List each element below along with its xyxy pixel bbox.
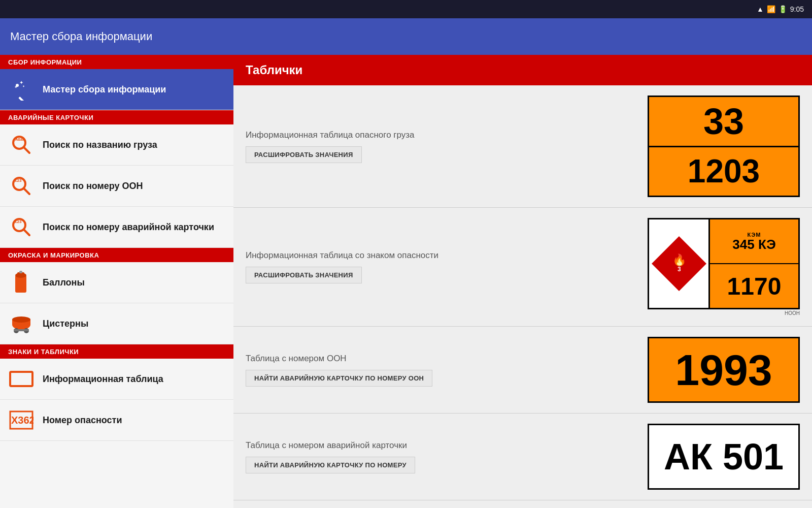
- signal-icon: 📶: [767, 5, 775, 13]
- row3-title: Таблица с номером ООН: [246, 354, 637, 364]
- flame-icon: 🔥: [672, 255, 686, 266]
- sidebar-master-label: Мастер сбора информации: [43, 84, 166, 95]
- row4-number: АК 501: [664, 438, 784, 475]
- row2-top-code: 345 КЭ: [732, 238, 775, 251]
- svg-text:123: 123: [15, 178, 22, 183]
- status-icons: ▲ 📶 🔋 9:05: [757, 5, 804, 13]
- svg-point-20: [12, 316, 30, 323]
- row2-caption: НООН: [648, 310, 800, 316]
- sidebar-info-table-label: Информационная таблица: [43, 374, 163, 385]
- sidebar-danger-num-label: Номер опасности: [43, 415, 122, 426]
- sidebar-item-search-name[interactable]: АБВ Поиск по названию груза: [0, 124, 233, 166]
- table-row: Информационная таблица опасного груза РА…: [233, 85, 812, 208]
- sidebar-search-card-label: Поиск по номеру аварийной карточки: [43, 222, 214, 233]
- sidebar-cylinders-label: Баллоны: [43, 277, 85, 288]
- svg-rect-17: [19, 271, 22, 273]
- svg-text:X362: X362: [11, 415, 33, 426]
- content-title: Таблички: [246, 63, 302, 77]
- svg-rect-24: [10, 372, 32, 386]
- row1-info: Информационная таблица опасного груза РА…: [246, 130, 648, 163]
- wifi-icon: ▲: [757, 5, 764, 13]
- content-area: Таблички Информационная таблица опасного…: [233, 55, 812, 508]
- cylinder-icon: [8, 269, 35, 296]
- row2-bottom-num: 1170: [727, 272, 782, 300]
- svg-line-6: [24, 147, 29, 153]
- row2-button[interactable]: РАСШИФРОВАТЬ ЗНАЧЕНИЯ: [246, 267, 362, 283]
- table-row: Информационная таблица со знаком опаснос…: [233, 208, 812, 327]
- svg-rect-14: [15, 275, 26, 293]
- sidebar-item-master[interactable]: ✦ ✦ ✦ Мастер сбора информации: [0, 69, 233, 110]
- row4-button[interactable]: НАЙТИ АВАРИЙНУЮ КАРТОЧКУ ПО НОМЕРУ: [246, 457, 415, 473]
- row4-title: Таблица с номером аварийной карточки: [246, 440, 637, 451]
- row2-plate: 🔥 3 КЭМ 345 КЭ: [648, 218, 800, 316]
- svg-text:123: 123: [15, 219, 22, 224]
- row3-plate: 1993: [648, 337, 800, 403]
- svg-text:АБВ: АБВ: [15, 137, 24, 142]
- search-num-icon: 123: [8, 173, 35, 199]
- table-icon: [8, 366, 35, 392]
- section-header-emergency: АВАРИЙНЫЕ КАРТОЧКИ: [0, 110, 233, 124]
- search-text-icon: АБВ: [8, 132, 35, 158]
- row1-top-number: 33: [703, 103, 744, 140]
- app-header: Мастер сбора информации: [0, 18, 812, 55]
- content-header: Таблички: [233, 55, 812, 85]
- sidebar-tanks-label: Цистерны: [43, 319, 88, 329]
- section-label-signs: ЗНАКИ И ТАБЛИЧКИ: [8, 348, 79, 356]
- row4-info: Таблица с номером аварийной карточки НАЙ…: [246, 440, 648, 473]
- danger-num-icon: X362: [8, 407, 35, 433]
- section-header-signs: ЗНАКИ И ТАБЛИЧКИ: [0, 344, 233, 359]
- svg-rect-0: [18, 97, 25, 101]
- table-row: Таблица с номером ООН НАЙТИ АВАРИЙНУЮ КА…: [233, 327, 812, 414]
- svg-text:✦: ✦: [22, 85, 25, 88]
- row1-plate: 33 1203: [648, 96, 800, 197]
- section-header-marking: ОКРАСКА И МАРКИРОВКА: [0, 248, 233, 262]
- sidebar-item-danger-num[interactable]: X362 Номер опасности: [0, 400, 233, 441]
- time-display: 9:05: [790, 5, 804, 13]
- svg-rect-23: [14, 329, 29, 331]
- row1-bottom-number: 1203: [688, 155, 760, 187]
- sidebar-item-search-un[interactable]: 123 Поиск по номеру ООН: [0, 166, 233, 207]
- section-header-collection: СБОР ИНФОРМАЦИИ: [0, 55, 233, 69]
- main-layout: СБОР ИНФОРМАЦИИ ✦ ✦ ✦ Мастер сбора инфор…: [0, 55, 812, 508]
- row4-plate: АК 501: [648, 424, 800, 490]
- section-label-collection: СБОР ИНФОРМАЦИИ: [8, 58, 82, 66]
- row3-number: 1993: [675, 348, 772, 392]
- status-bar: ▲ 📶 🔋 9:05: [0, 0, 812, 18]
- svg-text:✦: ✦: [14, 85, 18, 89]
- table-row: Таблица с номером аварийной карточки НАЙ…: [233, 414, 812, 500]
- section-label-emergency: АВАРИЙНЫЕ КАРТОЧКИ: [8, 114, 93, 121]
- search-card-icon: 123: [8, 214, 35, 240]
- sidebar: СБОР ИНФОРМАЦИИ ✦ ✦ ✦ Мастер сбора инфор…: [0, 55, 233, 508]
- row2-info: Информационная таблица со знаком опаснос…: [246, 250, 648, 283]
- row3-button[interactable]: НАЙТИ АВАРИЙНУЮ КАРТОЧКУ ПО НОМЕРУ ООН: [246, 370, 432, 387]
- row1-title: Информационная таблица опасного груза: [246, 130, 637, 140]
- svg-line-12: [24, 230, 29, 235]
- svg-line-9: [24, 188, 29, 194]
- battery-icon: 🔋: [779, 5, 787, 13]
- wand-icon: ✦ ✦ ✦: [8, 76, 35, 103]
- sidebar-item-info-table[interactable]: Информационная таблица: [0, 359, 233, 400]
- sidebar-item-tanks[interactable]: Цистерны: [0, 303, 233, 344]
- sidebar-search-name-label: Поиск по названию груза: [43, 140, 157, 150]
- sidebar-item-cylinders[interactable]: Баллоны: [0, 262, 233, 303]
- row2-title: Информационная таблица со знаком опаснос…: [246, 250, 637, 261]
- section-label-marking: ОКРАСКА И МАРКИРОВКА: [8, 251, 99, 259]
- diamond-class: 3: [677, 266, 681, 273]
- row3-info: Таблица с номером ООН НАЙТИ АВАРИЙНУЮ КА…: [246, 354, 648, 387]
- app-title: Мастер сбора информации: [10, 30, 152, 43]
- sidebar-item-search-card[interactable]: 123 Поиск по номеру аварийной карточки: [0, 207, 233, 248]
- row1-button[interactable]: РАСШИФРОВАТЬ ЗНАЧЕНИЯ: [246, 146, 362, 163]
- sidebar-search-un-label: Поиск по номеру ООН: [43, 181, 143, 192]
- tank-icon: [8, 310, 35, 337]
